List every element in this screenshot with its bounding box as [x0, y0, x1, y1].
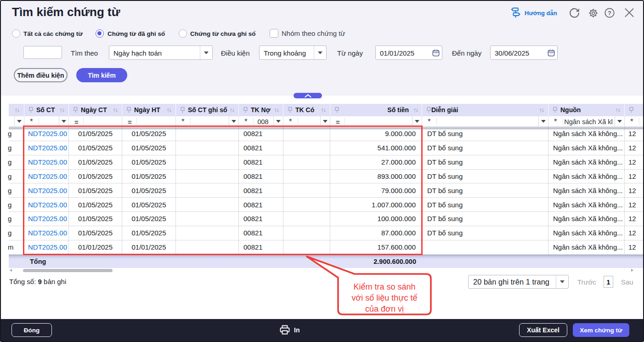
svg-text:?: ?: [608, 10, 611, 17]
svg-text:của đơn vị: của đơn vị: [365, 304, 404, 314]
svg-text:Kiểm tra so sánh: Kiểm tra so sánh: [353, 282, 415, 291]
svg-text:với số liệu thực tế: với số liệu thực tế: [352, 293, 418, 302]
